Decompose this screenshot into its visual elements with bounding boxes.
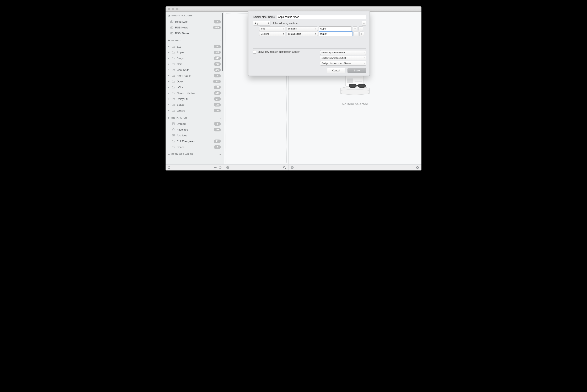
sidebar-item[interactable]: ▸Writers166 [166,108,224,113]
name-input[interactable] [277,15,366,19]
rule-value-input[interactable] [319,32,352,36]
sidebar-item[interactable]: ▸51215 [166,44,224,50]
sidebar-item[interactable]: ▸Cars760 [166,61,224,67]
sidebar-item[interactable]: ▸512 Evergreen21 [166,138,224,144]
chevron-down-icon[interactable]: ⌄ [219,14,222,17]
sidebar-item[interactable]: ▸Favorited388 [166,127,224,132]
match-mode-select[interactable]: Any ▲▼ [253,21,270,26]
section-header-smart-folders[interactable]: SMART FOLDERS⌄ [166,12,224,19]
remove-rule-button[interactable]: − [354,32,358,36]
remove-rule-button[interactable]: − [353,26,357,31]
ip-archive-icon [172,134,175,137]
section-header-feed-wrangler[interactable]: FEED WRANGLER⌄ [166,151,224,158]
folder-icon [172,146,175,148]
disclosure-triangle-icon[interactable]: ▸ [169,92,170,94]
disclosure-triangle-icon[interactable]: ▸ [169,57,170,59]
list-icon[interactable] [291,166,294,169]
svg-rect-0 [170,21,173,23]
unread-badge: 2 [214,145,221,149]
disclosure-triangle-icon[interactable]: ▸ [169,46,170,48]
chevron-down-icon[interactable]: ⌄ [219,39,222,42]
zoom-dot[interactable] [176,8,178,10]
name-label: Smart Folder Name: [253,16,275,18]
refresh-icon[interactable] [168,166,171,169]
unread-badge: 37 [214,97,221,101]
rule-op-select[interactable]: contains▲▼ [287,26,318,31]
folder-icon [172,92,175,94]
rule-op-select[interactable]: contains text▲▼ [287,32,318,36]
group-by-select[interactable]: Group by creation date▲▼ [320,50,366,55]
sidebar-item[interactable]: ▸Geek1441 [166,78,224,84]
tags-icon[interactable] [214,166,218,169]
disclosure-triangle-icon[interactable]: ▸ [169,86,170,88]
add-rule-button[interactable]: ＋ [362,21,366,26]
sidebar-list: SMART FOLDERS⌄Read Later4RSS News4469RSS… [166,12,224,164]
folder-icon [172,98,175,100]
chevron-down-icon[interactable]: ⌄ [219,116,222,119]
unread-badge: 648 [214,56,221,60]
ip-star-icon [172,128,175,131]
sidebar-item[interactable]: RSS Starred [166,30,224,36]
disclosure-triangle-icon[interactable]: ▸ [169,98,170,100]
sidebar-item[interactable]: ▸LOLs152 [166,84,224,90]
sidebar-item[interactable]: ▸Space107 [166,102,224,108]
svg-point-1 [171,22,172,22]
chevron-down-icon[interactable]: ⌄ [219,153,222,156]
svg-rect-23 [347,78,353,83]
sidebar-item[interactable]: ▸Apple311 [166,50,224,55]
folder-icon [172,140,175,143]
folder-icon [172,57,175,60]
unread-badge: 107 [214,103,221,106]
sidebar-scrollbar[interactable] [222,13,223,71]
sidebar-item-label: 512 [177,45,212,48]
svg-rect-31 [357,85,358,86]
disclosure-triangle-icon[interactable]: ▸ [169,104,170,106]
sort-by-select[interactable]: Sort by newest item first▲▼ [320,56,366,60]
rule-field-select[interactable]: Title▲▼ [259,26,285,31]
section-header-feedly[interactable]: FEEDLY⌄ [166,37,224,44]
svg-point-16 [219,166,221,169]
mark-read-icon[interactable] [226,166,229,169]
add-rule-button[interactable]: ＋ [359,32,364,36]
sidebar-item[interactable]: ▸From Apple5 [166,73,224,78]
folder-icon [172,68,175,71]
notif-checkbox[interactable] [253,50,256,54]
rules-container: Title▲▼contains▲▼−＋Content▲▼contains tex… [253,26,366,47]
close-dot[interactable] [168,8,170,10]
section-title: INSTAPAPER [171,116,219,119]
sidebar-item[interactable]: ▸Relay FM37 [166,96,224,102]
folder-icon [172,51,175,54]
rule-value-input[interactable] [319,26,351,31]
eye-icon[interactable] [416,166,419,169]
disclosure-triangle-icon[interactable]: ▸ [169,74,170,76]
circle-icon[interactable] [219,166,222,169]
sidebar-item[interactable]: RSS News4469 [166,24,224,30]
search-icon[interactable] [283,166,286,169]
disclosure-triangle-icon[interactable]: ▸ [169,51,170,53]
section-header-instapaper[interactable]: IINSTAPAPER⌄ [166,114,224,121]
disclosure-triangle-icon[interactable]: ▸ [169,63,170,65]
disclosure-triangle-icon[interactable]: ▸ [169,110,170,112]
feedly-icon [167,39,170,42]
unread-badge: 533 [214,91,221,95]
sidebar-item[interactable]: ▸Blogs648 [166,55,224,61]
svg-point-18 [283,166,285,168]
unread-badge: 1441 [213,80,221,83]
disclosure-triangle-icon[interactable]: ▸ [169,80,170,82]
save-button[interactable]: Save [347,68,366,73]
disclosure-triangle-icon[interactable]: ▸ [169,69,170,71]
sidebar-item[interactable]: Read Later4 [166,19,224,24]
sidebar-item[interactable]: ▸Space2 [166,144,224,150]
add-rule-button[interactable]: ＋ [358,26,363,31]
sidebar-item[interactable]: ▸Unread4 [166,121,224,127]
folder-icon [172,80,175,83]
sidebar-item[interactable]: ▸Cool Stuff277 [166,67,224,73]
minimize-dot[interactable] [172,8,174,10]
badge-mode-select[interactable]: Badge display count of items▲▼ [320,61,366,66]
cancel-button[interactable]: Cancel [327,68,345,73]
sidebar-item[interactable]: ▸News + Photos533 [166,90,224,96]
unread-badge: 277 [214,68,221,72]
sidebar-item-label: Space [177,103,212,106]
rule-field-select[interactable]: Content▲▼ [259,32,285,36]
sidebar-item[interactable]: ▸Archives [166,132,224,138]
